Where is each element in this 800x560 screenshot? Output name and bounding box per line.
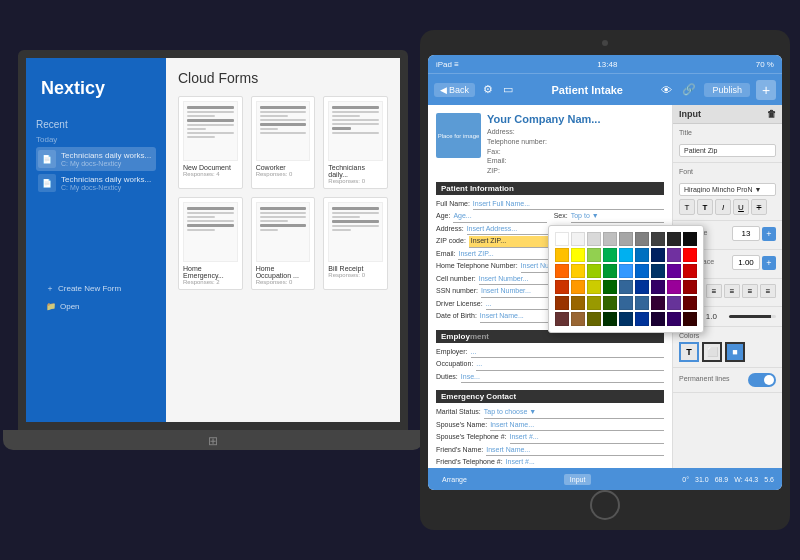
color-swatch[interactable] — [603, 264, 617, 278]
color-tool-fill[interactable]: ■ — [725, 342, 745, 362]
color-tool-border[interactable]: ⬜ — [702, 342, 722, 362]
settings-icon[interactable]: ⚙ — [481, 81, 495, 98]
form-area[interactable]: Place for image Your Company Nam... Addr… — [428, 105, 672, 468]
tab-arrange[interactable]: Arrange — [436, 474, 473, 485]
color-swatch[interactable] — [603, 232, 617, 246]
linespace-plus-button[interactable]: + — [762, 256, 776, 270]
color-swatch[interactable] — [587, 248, 601, 262]
color-tool-text[interactable]: T — [679, 342, 699, 362]
tablet-home-button[interactable] — [590, 490, 620, 520]
color-swatch[interactable] — [667, 264, 672, 278]
monitor-icon[interactable]: ▭ — [501, 81, 515, 98]
color-swatch[interactable] — [603, 280, 617, 294]
recent-item-0[interactable]: 📄 Technicians daily works... C: My docs-… — [36, 147, 156, 171]
color-swatch[interactable] — [619, 264, 633, 278]
publish-button[interactable]: Publish — [704, 83, 750, 97]
eye-icon[interactable]: 👁 — [659, 82, 674, 98]
form-card-0[interactable]: New Document Responses: 4 — [178, 96, 243, 189]
color-swatch[interactable] — [571, 280, 585, 294]
color-swatch[interactable] — [635, 232, 649, 246]
align-justify-button[interactable]: ≡ — [760, 284, 776, 298]
color-swatch[interactable] — [555, 280, 569, 294]
color-swatch[interactable] — [635, 248, 649, 262]
color-swatch[interactable] — [635, 280, 649, 294]
color-swatch[interactable] — [587, 312, 601, 326]
color-swatch[interactable] — [619, 280, 633, 294]
color-swatch[interactable] — [555, 296, 569, 310]
color-swatch[interactable] — [571, 296, 585, 310]
font-btn-t2[interactable]: T — [697, 199, 713, 215]
font-input[interactable] — [679, 183, 776, 196]
field-occupation: Occupation:... — [436, 359, 664, 371]
color-swatch[interactable] — [651, 280, 665, 294]
color-swatch[interactable] — [651, 264, 665, 278]
color-swatch[interactable] — [587, 280, 601, 294]
share-icon[interactable]: 🔗 — [680, 81, 698, 98]
color-swatch[interactable] — [619, 312, 633, 326]
color-swatch[interactable] — [667, 312, 672, 326]
color-swatch[interactable] — [651, 232, 665, 246]
font-btn-strikethrough[interactable]: T — [751, 199, 767, 215]
form-count-3: Responses: 2 — [183, 279, 238, 285]
align-center-button[interactable]: ≡ — [724, 284, 740, 298]
color-swatch[interactable] — [635, 312, 649, 326]
color-swatch[interactable] — [667, 232, 672, 246]
title-input[interactable] — [679, 144, 776, 157]
color-swatch[interactable] — [571, 232, 585, 246]
color-swatch[interactable] — [587, 296, 601, 310]
color-swatch[interactable] — [587, 264, 601, 278]
trash-icon[interactable]: 🗑 — [767, 109, 776, 119]
color-swatch[interactable] — [651, 248, 665, 262]
align-left-button[interactable]: ≡ — [706, 284, 722, 298]
color-swatch[interactable] — [667, 280, 672, 294]
tab-input[interactable]: Input — [564, 474, 592, 485]
color-swatch[interactable] — [587, 232, 601, 246]
color-swatch[interactable] — [667, 296, 672, 310]
linespace-input[interactable] — [732, 255, 760, 270]
color-swatch[interactable] — [603, 248, 617, 262]
form-preview-2 — [328, 101, 383, 161]
color-swatch[interactable] — [667, 248, 672, 262]
border-color-icon: ⬜ — [707, 347, 718, 357]
form-card-4[interactable]: Home Occupation ... Responses: 0 — [251, 197, 316, 290]
preview-line — [332, 119, 379, 121]
form-card-1[interactable]: Coworker Responses: 0 — [251, 96, 316, 189]
open-button[interactable]: 📁 Open — [41, 298, 130, 315]
back-button[interactable]: ◀ Back — [434, 83, 475, 97]
preview-line — [332, 229, 351, 231]
align-right-button[interactable]: ≡ — [742, 284, 758, 298]
form-card-3[interactable]: Home Emergency... Responses: 2 — [178, 197, 243, 290]
font-btn-t1[interactable]: T — [679, 199, 695, 215]
form-card-5[interactable]: Bill Receipt Responses: 0 — [323, 197, 388, 290]
add-button[interactable]: + — [756, 80, 776, 100]
recent-item-1[interactable]: 📄 Technicians daily works... C: My docs-… — [36, 171, 156, 195]
color-swatch[interactable] — [635, 296, 649, 310]
color-picker-popup[interactable] — [548, 225, 672, 333]
color-swatch[interactable] — [555, 312, 569, 326]
form-card-2[interactable]: Technicians daily... Responses: 0 — [323, 96, 388, 189]
color-swatch[interactable] — [603, 296, 617, 310]
fontsize-plus-button[interactable]: + — [762, 227, 776, 241]
create-new-form-button[interactable]: ＋ Create New Form — [41, 279, 130, 298]
color-swatch[interactable] — [571, 248, 585, 262]
permanent-lines-toggle[interactable] — [748, 373, 776, 387]
fontsize-input[interactable] — [732, 226, 760, 241]
color-swatch[interactable] — [571, 312, 585, 326]
color-swatch[interactable] — [619, 232, 633, 246]
form-count-5: Responses: 0 — [328, 272, 383, 278]
color-swatch[interactable] — [555, 264, 569, 278]
color-swatch[interactable] — [651, 296, 665, 310]
color-swatch[interactable] — [603, 312, 617, 326]
color-swatch[interactable] — [635, 264, 649, 278]
color-swatch[interactable] — [619, 296, 633, 310]
color-swatch[interactable] — [571, 264, 585, 278]
color-swatch[interactable] — [619, 248, 633, 262]
font-btn-italic[interactable]: I — [715, 199, 731, 215]
today-label: Today — [36, 135, 156, 144]
color-grid — [555, 232, 672, 326]
font-btn-underline[interactable]: U — [733, 199, 749, 215]
color-swatch[interactable] — [555, 248, 569, 262]
color-swatch[interactable] — [555, 232, 569, 246]
color-swatch[interactable] — [651, 312, 665, 326]
opacity-slider[interactable] — [729, 315, 776, 318]
